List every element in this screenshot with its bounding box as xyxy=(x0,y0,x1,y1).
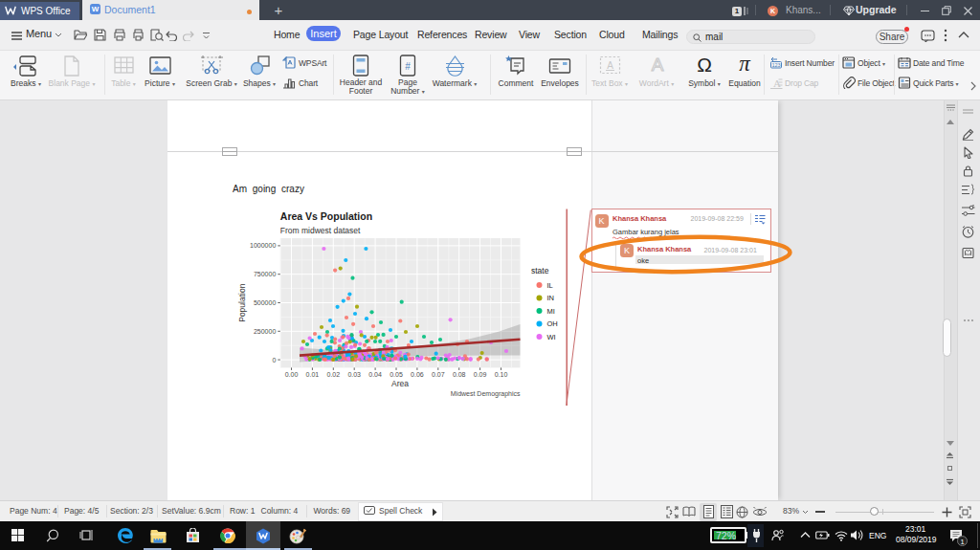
svg-text:A: A xyxy=(607,60,613,71)
svg-text:#: # xyxy=(405,61,411,72)
svg-text:A: A xyxy=(652,55,664,75)
svg-text:123: 123 xyxy=(771,62,780,68)
